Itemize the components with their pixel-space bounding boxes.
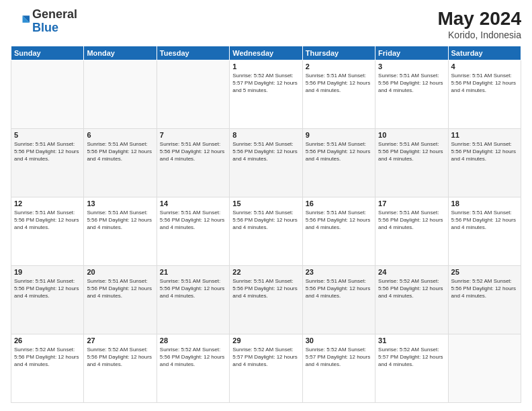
table-row: 23Sunrise: 5:51 AM Sunset: 5:56 PM Dayli… [302,266,375,334]
table-row: 30Sunrise: 5:52 AM Sunset: 5:57 PM Dayli… [302,334,375,403]
calendar-table: Sunday Monday Tuesday Wednesday Thursday… [11,46,521,403]
day-info: Sunrise: 5:52 AM Sunset: 5:57 PM Dayligh… [232,72,299,95]
day-info: Sunrise: 5:51 AM Sunset: 5:56 PM Dayligh… [160,277,226,300]
day-number: 29 [232,336,299,345]
day-info: Sunrise: 5:52 AM Sunset: 5:57 PM Dayligh… [232,346,299,369]
day-info: Sunrise: 5:52 AM Sunset: 5:57 PM Dayligh… [306,346,372,369]
location: Korido, Indonesia [437,30,521,40]
day-number: 23 [306,268,372,276]
day-number: 1 [232,62,299,71]
day-info: Sunrise: 5:51 AM Sunset: 5:56 PM Dayligh… [87,140,153,163]
day-info: Sunrise: 5:51 AM Sunset: 5:56 PM Dayligh… [14,140,81,163]
table-row: 22Sunrise: 5:51 AM Sunset: 5:56 PM Dayli… [230,266,302,334]
table-row: 25Sunrise: 5:52 AM Sunset: 5:56 PM Dayli… [448,266,521,334]
day-number: 8 [232,131,299,139]
day-number: 6 [87,131,153,139]
day-info: Sunrise: 5:51 AM Sunset: 5:56 PM Dayligh… [232,209,299,232]
month-year: May 2024 [437,8,521,30]
table-row: 3Sunrise: 5:51 AM Sunset: 5:56 PM Daylig… [375,60,448,129]
table-row: 24Sunrise: 5:52 AM Sunset: 5:56 PM Dayli… [375,266,448,334]
day-info: Sunrise: 5:51 AM Sunset: 5:56 PM Dayligh… [306,209,372,232]
day-number: 30 [306,336,372,345]
table-row: 27Sunrise: 5:52 AM Sunset: 5:56 PM Dayli… [84,334,157,403]
table-row: 9Sunrise: 5:51 AM Sunset: 5:56 PM Daylig… [302,129,375,197]
day-info: Sunrise: 5:51 AM Sunset: 5:56 PM Dayligh… [378,72,445,95]
logo-text: General Blue [32,8,77,35]
day-info: Sunrise: 5:51 AM Sunset: 5:56 PM Dayligh… [160,140,226,163]
day-info: Sunrise: 5:51 AM Sunset: 5:56 PM Dayligh… [378,209,445,232]
day-info: Sunrise: 5:51 AM Sunset: 5:56 PM Dayligh… [306,140,372,163]
day-info: Sunrise: 5:51 AM Sunset: 5:56 PM Dayligh… [232,277,299,300]
calendar-body: 1Sunrise: 5:52 AM Sunset: 5:57 PM Daylig… [11,60,521,403]
logo: General Blue [11,8,77,35]
table-row: 31Sunrise: 5:52 AM Sunset: 5:57 PM Dayli… [375,334,448,403]
table-row: 2Sunrise: 5:51 AM Sunset: 5:56 PM Daylig… [302,60,375,129]
table-row: 17Sunrise: 5:51 AM Sunset: 5:56 PM Dayli… [375,197,448,266]
table-row: 26Sunrise: 5:52 AM Sunset: 5:56 PM Dayli… [11,334,84,403]
day-info: Sunrise: 5:51 AM Sunset: 5:56 PM Dayligh… [378,140,445,163]
day-number: 22 [232,268,299,276]
table-row: 13Sunrise: 5:51 AM Sunset: 5:56 PM Dayli… [84,197,157,266]
day-number: 14 [160,199,226,208]
table-row: 8Sunrise: 5:51 AM Sunset: 5:56 PM Daylig… [230,129,302,197]
day-number: 7 [160,131,226,139]
table-row: 14Sunrise: 5:51 AM Sunset: 5:56 PM Dayli… [157,197,229,266]
day-info: Sunrise: 5:52 AM Sunset: 5:56 PM Dayligh… [378,277,445,300]
day-number: 31 [378,336,445,345]
col-thursday: Thursday [302,46,375,60]
day-info: Sunrise: 5:51 AM Sunset: 5:56 PM Dayligh… [232,140,299,163]
day-info: Sunrise: 5:51 AM Sunset: 5:56 PM Dayligh… [306,72,372,95]
table-row: 10Sunrise: 5:51 AM Sunset: 5:56 PM Dayli… [375,129,448,197]
day-number: 21 [160,268,226,276]
day-number: 28 [160,336,226,345]
table-row: 15Sunrise: 5:51 AM Sunset: 5:56 PM Dayli… [230,197,302,266]
day-number: 2 [306,62,372,71]
table-row: 7Sunrise: 5:51 AM Sunset: 5:56 PM Daylig… [157,129,229,197]
table-row: 6Sunrise: 5:51 AM Sunset: 5:56 PM Daylig… [84,129,157,197]
table-row: 29Sunrise: 5:52 AM Sunset: 5:57 PM Dayli… [230,334,302,403]
page: General Blue May 2024 Korido, Indonesia … [0,0,532,411]
logo-icon [11,12,30,31]
table-row [448,334,521,403]
day-number: 25 [451,268,518,276]
day-number: 19 [14,268,81,276]
day-number: 9 [306,131,372,139]
day-number: 15 [232,199,299,208]
day-number: 18 [451,199,518,208]
day-info: Sunrise: 5:51 AM Sunset: 5:56 PM Dayligh… [14,209,81,232]
col-monday: Monday [84,46,157,60]
day-info: Sunrise: 5:51 AM Sunset: 5:56 PM Dayligh… [451,140,518,163]
day-number: 26 [14,336,81,345]
day-number: 4 [451,62,518,71]
table-row: 21Sunrise: 5:51 AM Sunset: 5:56 PM Dayli… [157,266,229,334]
col-tuesday: Tuesday [157,46,229,60]
day-info: Sunrise: 5:51 AM Sunset: 5:56 PM Dayligh… [306,277,372,300]
table-row: 28Sunrise: 5:52 AM Sunset: 5:56 PM Dayli… [157,334,229,403]
header: General Blue May 2024 Korido, Indonesia [11,8,521,40]
day-info: Sunrise: 5:52 AM Sunset: 5:56 PM Dayligh… [451,277,518,300]
day-number: 20 [87,268,153,276]
table-row [11,60,84,129]
weekday-row: Sunday Monday Tuesday Wednesday Thursday… [11,46,521,60]
logo-general: General [32,7,77,21]
calendar-header: Sunday Monday Tuesday Wednesday Thursday… [11,46,521,60]
day-number: 3 [378,62,445,71]
day-info: Sunrise: 5:51 AM Sunset: 5:56 PM Dayligh… [451,209,518,232]
day-number: 17 [378,199,445,208]
table-row: 18Sunrise: 5:51 AM Sunset: 5:56 PM Dayli… [448,197,521,266]
day-number: 12 [14,199,81,208]
table-row: 5Sunrise: 5:51 AM Sunset: 5:56 PM Daylig… [11,129,84,197]
day-number: 27 [87,336,153,345]
table-row [84,60,157,129]
table-row: 19Sunrise: 5:51 AM Sunset: 5:56 PM Dayli… [11,266,84,334]
col-friday: Friday [375,46,448,60]
day-number: 16 [306,199,372,208]
table-row: 20Sunrise: 5:51 AM Sunset: 5:56 PM Dayli… [84,266,157,334]
col-sunday: Sunday [11,46,84,60]
table-row: 1Sunrise: 5:52 AM Sunset: 5:57 PM Daylig… [230,60,302,129]
logo-blue: Blue [32,21,58,34]
col-wednesday: Wednesday [230,46,302,60]
title-block: May 2024 Korido, Indonesia [437,8,521,40]
day-info: Sunrise: 5:51 AM Sunset: 5:56 PM Dayligh… [160,209,226,232]
day-info: Sunrise: 5:52 AM Sunset: 5:56 PM Dayligh… [87,346,153,369]
